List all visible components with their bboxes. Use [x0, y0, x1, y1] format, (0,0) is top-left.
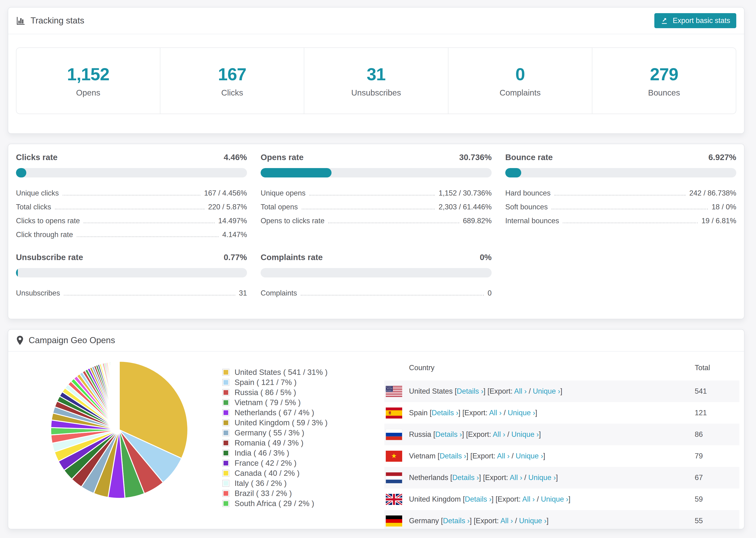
rate-section-value: 30.736%	[459, 153, 492, 162]
flag-cell	[384, 386, 409, 397]
legend-item-south-africa: South Africa ( 29 / 2% )	[222, 498, 373, 509]
export-all-link[interactable]: All ›	[493, 430, 505, 439]
details-link[interactable]: Details ›	[443, 517, 470, 525]
country-name: Vietnam	[409, 452, 438, 460]
rate-section-header: Opens rate30.736%	[261, 153, 492, 165]
rate-metric-label: Total opens	[261, 203, 298, 212]
rate-metric-value: 4.147%	[222, 231, 247, 240]
legend-item-italy: Italy ( 36 / 2% )	[222, 478, 373, 488]
stats-summary-row: 1,152Opens167Clicks31Unsubscribes0Compla…	[16, 47, 736, 114]
rate-metric-label: Soft bounces	[505, 203, 548, 212]
stat-card-clicks: 167Clicks	[160, 48, 304, 114]
table-row-united-states: United States [Details ›] [Export: All ›…	[384, 381, 739, 402]
legend-item-netherlands: Netherlands ( 67 / 4% )	[222, 407, 373, 418]
legend-swatch	[222, 389, 229, 396]
export-all-link[interactable]: All ›	[497, 452, 510, 460]
rate-metric-value: 167 / 4.456%	[204, 189, 247, 198]
export-all-link[interactable]: All ›	[500, 517, 513, 525]
dotted-leader	[554, 195, 685, 195]
export-all-link[interactable]: All ›	[522, 495, 535, 503]
rate-progress-fill	[261, 168, 332, 178]
rate-section-complaints-rate: Complaints rate0%Complaints0	[261, 252, 492, 298]
geo-table-body: United States [Details ›] [Export: All ›…	[384, 381, 739, 529]
stat-label: Opens	[76, 88, 100, 97]
details-link[interactable]: Details ›	[435, 430, 462, 439]
table-row-united-kingdom: United Kingdom [Details ›] [Export: All …	[384, 488, 739, 510]
legend-label: Spain ( 121 / 7% )	[235, 378, 297, 387]
export-unique-link[interactable]: Unique ›	[508, 409, 535, 417]
rate-metric-label: Unique clicks	[16, 189, 59, 198]
stat-label: Unsubscribes	[351, 88, 401, 97]
rate-section-bounce-rate: Bounce rate6.927%Hard bounces242 / 86.73…	[505, 153, 736, 240]
details-link[interactable]: Details ›	[452, 473, 479, 482]
legend-label: South Africa ( 29 / 2% )	[235, 499, 314, 508]
details-link[interactable]: Details ›	[457, 387, 483, 395]
legend-item-united-kingdom: United Kingdom ( 59 / 3% )	[222, 418, 373, 428]
details-link[interactable]: Details ›	[432, 409, 459, 417]
rate-metric-row: Soft bounces18 / 0%	[505, 198, 736, 212]
rate-metric-label: Opens to clicks rate	[261, 217, 324, 226]
legend-swatch	[222, 450, 229, 457]
export-all-link[interactable]: All ›	[489, 409, 502, 417]
legend-swatch	[222, 459, 229, 467]
geo-opens-content: United States ( 541 / 31% )Spain ( 121 /…	[8, 351, 744, 529]
rate-metric-row: Click through rate4.147%	[16, 226, 247, 240]
export-basic-stats-button[interactable]: Export basic stats	[654, 13, 736, 28]
details-link[interactable]: Details ›	[465, 495, 492, 503]
stat-value: 31	[367, 64, 386, 84]
legend-swatch	[222, 429, 229, 436]
flag-cell	[384, 451, 409, 462]
export-unique-link[interactable]: Unique ›	[515, 452, 543, 460]
flag-cell	[384, 515, 409, 526]
map-pin-icon	[16, 336, 24, 345]
legend-label: Vietnam ( 79 / 5% )	[235, 398, 301, 407]
rate-metric-row: Total opens2,303 / 61.446%	[261, 198, 492, 212]
legend-label: Italy ( 36 / 2% )	[235, 479, 287, 488]
export-unique-link[interactable]: Unique ›	[533, 387, 560, 395]
legend-swatch	[222, 480, 229, 487]
rate-metric-value: 31	[239, 289, 247, 298]
geo-pie-chart	[49, 359, 190, 500]
export-unique-link[interactable]: Unique ›	[519, 517, 547, 525]
rate-metric-label: Complaints	[261, 289, 297, 298]
export-unique-link[interactable]: Unique ›	[512, 430, 539, 439]
export-all-link[interactable]: All ›	[510, 473, 522, 482]
rate-metric-row: Complaints0	[261, 284, 492, 298]
details-link[interactable]: Details ›	[440, 452, 466, 460]
legend-swatch	[222, 470, 229, 477]
table-row-russia: Russia [Details ›] [Export: All › / Uniq…	[384, 424, 739, 445]
stat-card-opens: 1,152Opens	[17, 48, 160, 114]
country-name: United Kingdom	[409, 495, 463, 503]
export-button-label: Export basic stats	[673, 17, 730, 25]
rate-metric-label: Hard bounces	[505, 189, 551, 198]
stat-card-complaints: 0Complaints	[449, 48, 592, 114]
rate-metric-row: Clicks to opens rate14.497%	[16, 212, 247, 226]
rate-section-header: Bounce rate6.927%	[505, 153, 736, 165]
legend-swatch	[222, 399, 229, 406]
total-cell: 79	[695, 452, 739, 460]
export-unique-link[interactable]: Unique ›	[541, 495, 568, 503]
legend-label: United Kingdom ( 59 / 3% )	[235, 418, 328, 427]
legend-item-vietnam: Vietnam ( 79 / 5% )	[222, 398, 373, 407]
geo-opens-table: Country Total United States [Details ›] …	[384, 351, 739, 529]
rate-section-value: 4.46%	[224, 153, 247, 162]
country-name: Russia	[409, 430, 433, 439]
rate-metric-label: Internal bounces	[505, 217, 559, 226]
export-all-link[interactable]: All ›	[514, 387, 527, 395]
rate-metric-value: 18 / 0%	[712, 203, 736, 212]
tracking-stats-title-wrap: Tracking stats	[16, 16, 84, 26]
rate-section-value: 0%	[480, 252, 492, 262]
dotted-leader	[63, 195, 200, 195]
dotted-leader	[309, 195, 435, 195]
rate-section-title: Bounce rate	[505, 153, 553, 162]
rate-progress-fill	[16, 268, 18, 278]
export-unique-link[interactable]: Unique ›	[528, 473, 556, 482]
total-column-header: Total	[695, 364, 739, 372]
stat-value: 167	[218, 64, 246, 84]
rate-metric-row: Internal bounces19 / 6.81%	[505, 212, 736, 226]
legend-item-canada: Canada ( 40 / 2% )	[222, 468, 373, 478]
legend-label: France ( 42 / 2% )	[235, 459, 297, 467]
rate-metric-value: 2,303 / 61.446%	[439, 203, 492, 212]
flag-cell	[384, 429, 409, 440]
country-name: Netherlands	[409, 473, 450, 482]
